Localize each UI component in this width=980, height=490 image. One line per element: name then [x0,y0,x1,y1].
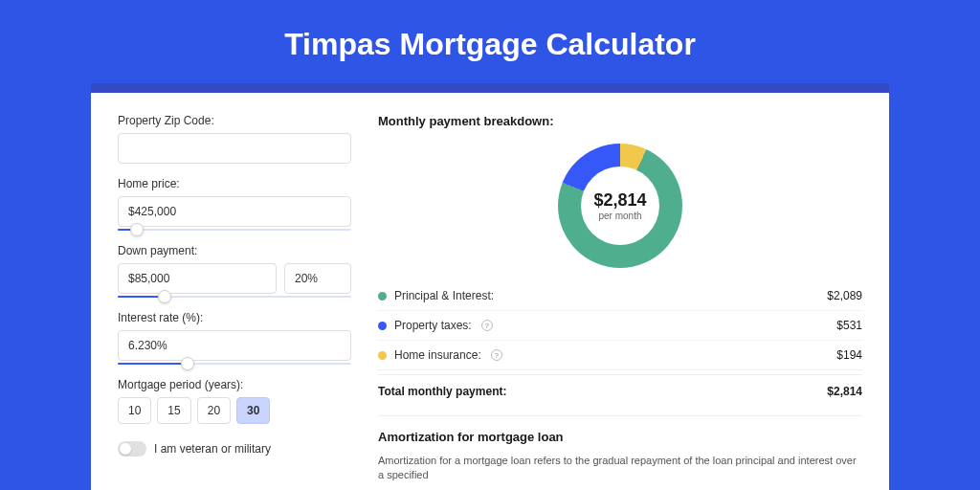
donut-value: $2,814 [593,190,646,211]
total-label: Total monthly payment: [378,385,506,398]
home-price-field: Home price: [118,177,351,231]
amortization-section: Amortization for mortgage loan Amortizat… [378,415,862,483]
down-payment-pct-input[interactable] [284,263,351,294]
period-15-button[interactable]: 15 [157,397,190,424]
interest-rate-slider[interactable] [118,363,351,365]
dot-icon [378,322,387,330]
legend-label: Principal & Interest: [394,289,494,302]
period-field: Mortgage period (years): 10 15 20 30 [118,378,351,424]
donut-chart: $2,814 per month [558,144,682,268]
home-price-slider[interactable] [118,229,351,231]
dot-icon [378,351,387,360]
calculator-card: Property Zip Code: Home price: Down paym… [91,93,889,490]
slider-thumb[interactable] [158,290,171,303]
donut-sublabel: per month [598,211,641,221]
inputs-column: Property Zip Code: Home price: Down paym… [118,114,351,490]
legend-property-taxes: Property taxes: ? $531 [378,311,862,341]
legend-label: Property taxes: [394,319,472,332]
down-payment-label: Down payment: [118,244,351,257]
donut-center: $2,814 per month [581,167,659,245]
period-buttons: 10 15 20 30 [118,397,351,424]
veteran-toggle[interactable] [118,441,146,457]
card-shadow: Property Zip Code: Home price: Down paym… [91,83,889,490]
page-title: Timpas Mortgage Calculator [0,0,980,83]
interest-rate-label: Interest rate (%): [118,311,351,324]
info-icon[interactable]: ? [491,349,502,361]
home-price-input[interactable] [118,196,351,227]
zip-field: Property Zip Code: [118,114,351,164]
amortization-title: Amortization for mortgage loan [378,430,862,444]
info-icon[interactable]: ? [481,320,493,331]
veteran-toggle-row: I am veteran or military [118,441,351,457]
total-value: $2,814 [827,385,862,398]
down-payment-slider[interactable] [118,296,351,298]
toggle-knob [120,443,131,455]
legend-value: $531 [836,319,862,332]
period-20-button[interactable]: 20 [197,397,231,424]
legend-value: $2,089 [827,289,862,302]
slider-thumb[interactable] [181,357,194,370]
dot-icon [378,292,387,301]
zip-input[interactable] [118,133,351,164]
legend-home-insurance: Home insurance: ? $194 [378,341,862,370]
legend-value: $194 [836,348,862,362]
slider-thumb[interactable] [130,223,144,236]
home-price-label: Home price: [118,177,351,190]
veteran-label: I am veteran or military [154,442,271,456]
interest-rate-field: Interest rate (%): [118,311,351,365]
amortization-text: Amortization for a mortgage loan refers … [378,454,862,483]
period-30-button[interactable]: 30 [236,397,270,424]
period-10-button[interactable]: 10 [118,397,151,424]
period-label: Mortgage period (years): [118,378,351,391]
legend-label: Home insurance: [394,348,481,362]
donut-chart-wrap: $2,814 per month [378,138,862,281]
breakdown-title: Monthly payment breakdown: [378,114,862,128]
down-payment-input[interactable] [118,263,277,294]
total-row: Total monthly payment: $2,814 [378,374,862,415]
breakdown-column: Monthly payment breakdown: $2,814 per mo… [378,114,862,490]
legend-principal-interest: Principal & Interest: $2,089 [378,281,862,311]
zip-label: Property Zip Code: [118,114,351,127]
interest-rate-input[interactable] [118,330,351,361]
down-payment-field: Down payment: [118,244,351,298]
